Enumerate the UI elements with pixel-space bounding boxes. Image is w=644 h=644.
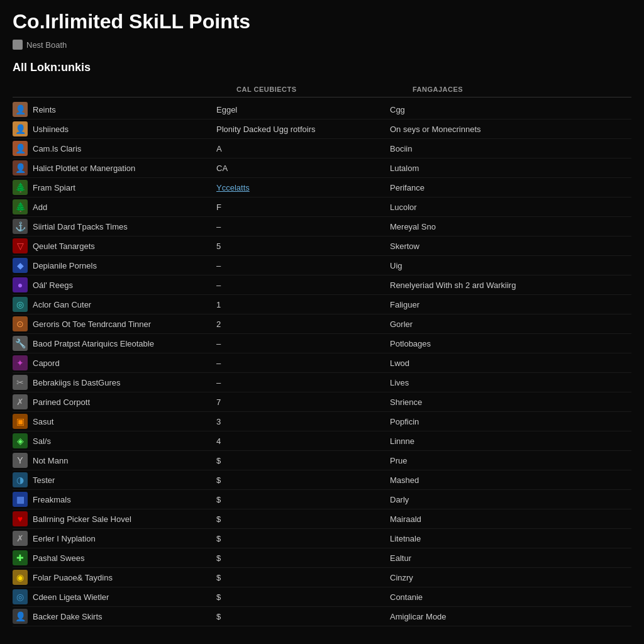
row-icon-26: ◎ [13, 589, 28, 604]
table-row[interactable]: ⊙Geroris Ot Toe Tendrcand Tinner2Gorler [13, 314, 631, 334]
row-fang-27: Amiglicar Mode [390, 612, 631, 621]
row-fang-26: Contanie [390, 592, 631, 602]
table-row[interactable]: ▽Qeulet Tanargets5Skertow [13, 236, 631, 256]
row-icon-3: 👤 [13, 141, 28, 156]
table-row[interactable]: 👤Halict Plotlet or ManergationCALutalom [13, 158, 631, 178]
row-icon-21: ▦ [13, 492, 28, 507]
row-icon-10: ● [13, 277, 28, 292]
row-fang-22: Mairaald [390, 514, 631, 524]
row-icon-12: ⊙ [13, 316, 28, 331]
row-label-12: Geroris Ot Toe Tendrcand Tinner [33, 319, 151, 329]
row-label-3: Cam.ls Claris [33, 144, 81, 153]
row-fang-21: Darly [390, 495, 631, 504]
table-row[interactable]: 👤ReintsEggelCgg [13, 100, 631, 119]
row-cal-18: 4 [214, 436, 390, 446]
row-cal-21: $ [214, 495, 390, 504]
col-fang-header: FANGAJACES [413, 86, 631, 93]
table-row[interactable]: ✂Bebrakiigs is DastGures–Lives [13, 373, 631, 392]
table-row[interactable]: 👤Backer Dake Skirts$Amiglicar Mode [13, 607, 631, 626]
table-row[interactable]: ◑Tester$Mashed [13, 470, 631, 490]
row-cal-27: $ [214, 612, 390, 621]
row-cal-26: $ [214, 592, 390, 602]
table-row[interactable]: YNot Mann$Prue [13, 451, 631, 470]
row-icon-19: Y [13, 453, 28, 468]
row-cal-23: $ [214, 534, 390, 543]
table-row[interactable]: ◈Sal/s4Linnne [13, 431, 631, 451]
row-cal-8: 5 [214, 242, 390, 251]
table-row[interactable]: ✦Capord–Lwod [13, 353, 631, 373]
row-icon-16: ✗ [13, 394, 28, 409]
row-label-14: Capord [33, 358, 60, 368]
row-label-11: Aclor Gan Cuter [33, 300, 91, 309]
row-fang-20: Mashed [390, 475, 631, 485]
row-cal-22: $ [214, 514, 390, 524]
row-label-9: Depianile Pornels [33, 261, 97, 270]
row-fang-2: On seys or Monecrinnets [390, 125, 631, 134]
table-row[interactable]: 👤Cam.ls ClarisABociin [13, 139, 631, 158]
row-icon-11: ◎ [13, 297, 28, 312]
row-icon-20: ◑ [13, 472, 28, 487]
subtitle-bar: Nest Boath [13, 40, 631, 50]
table-row[interactable]: ✚Pashal Swees$Ealtur [13, 548, 631, 568]
row-cal-2: Plonity Dacked Ugg rotfoirs [214, 125, 390, 134]
row-cal-6: F [214, 203, 390, 212]
table-row[interactable]: 🌲AddFLucolor [13, 197, 631, 217]
table-row[interactable]: ▣Sasut3Popficin [13, 412, 631, 431]
row-fang-5: Perifance [390, 183, 631, 192]
row-cal-11: 1 [214, 300, 390, 309]
row-icon-27: 👤 [13, 609, 28, 624]
row-icon-22: ♥ [13, 511, 28, 526]
table-row[interactable]: 🔧Baod Pratpst Atariquics Eleotable–Potlo… [13, 334, 631, 353]
table-header: CAL CEUBIECTS FANGAJACES [13, 83, 631, 97]
table-row[interactable]: 🌲Fram SpiartYccelattsPerifance [13, 178, 631, 197]
table-row[interactable]: ⚓Siirtial Dard Tpacks Times–Mereyal Sno [13, 217, 631, 236]
table-row[interactable]: ◎Aclor Gan Cuter1Faliguer [13, 295, 631, 314]
row-label-26: Cdeen Ligeta Wietler [33, 592, 109, 602]
row-cal-1: Eggel [214, 105, 390, 114]
row-label-18: Sal/s [33, 436, 51, 446]
row-fang-4: Lutalom [390, 164, 631, 173]
row-icon-2: 👤 [13, 121, 28, 136]
table-row[interactable]: ◉Folar Puaoe& Taydins$Cinzry [13, 568, 631, 587]
skill-table: 👤ReintsEggelCgg👤UshiinedsPlonity Dacked … [13, 100, 631, 626]
row-cal-15: – [214, 378, 390, 387]
row-icon-24: ✚ [13, 550, 28, 565]
row-icon-23: ✗ [13, 531, 28, 546]
table-row[interactable]: ▦Freakmals$Darly [13, 490, 631, 509]
row-fang-7: Mereyal Sno [390, 222, 631, 231]
row-cal-12: 2 [214, 319, 390, 329]
row-cal-4: CA [214, 164, 390, 173]
row-label-10: Oál' Reegs [33, 280, 73, 290]
row-cal-9: – [214, 261, 390, 270]
row-label-23: Eerler I Nyplation [33, 534, 96, 543]
row-icon-13: 🔧 [13, 336, 28, 351]
row-label-19: Not Mann [33, 456, 68, 465]
row-label-22: Ballrning Picker Sale Hovel [33, 514, 131, 524]
table-row[interactable]: ♥Ballrning Picker Sale Hovel$Mairaald [13, 509, 631, 529]
row-fang-14: Lwod [390, 358, 631, 368]
row-icon-15: ✂ [13, 375, 28, 390]
row-icon-7: ⚓ [13, 219, 28, 234]
table-row[interactable]: ◎Cdeen Ligeta Wietler$Contanie [13, 587, 631, 607]
table-row[interactable]: ✗Parined Corpott7Shrience [13, 392, 631, 412]
table-row[interactable]: ◆Depianile Pornels–Uig [13, 256, 631, 275]
row-icon-4: 👤 [13, 160, 28, 175]
row-label-13: Baod Pratpst Atariquics Eleotable [33, 339, 154, 348]
row-label-25: Folar Puaoe& Taydins [33, 573, 113, 582]
row-fang-10: Renelyeriad With sh 2 ard Warkiirg [390, 280, 631, 290]
row-icon-25: ◉ [13, 570, 28, 585]
row-fang-17: Popficin [390, 417, 631, 426]
row-cal-7: – [214, 222, 390, 231]
row-label-2: Ushiineds [33, 125, 69, 134]
table-row[interactable]: ●Oál' Reegs–Renelyeriad With sh 2 ard W… [13, 275, 631, 295]
row-cal-13: – [214, 339, 390, 348]
table-row[interactable]: 👤UshiinedsPlonity Dacked Ugg rotfoirsOn … [13, 119, 631, 139]
row-cal-5: Yccelatts [214, 183, 390, 192]
row-cal-3: A [214, 144, 390, 153]
row-fang-24: Ealtur [390, 553, 631, 563]
row-cal-25: $ [214, 573, 390, 582]
table-row[interactable]: ✗Eerler I Nyplation$Litetnale [13, 529, 631, 548]
row-cal-20: $ [214, 475, 390, 485]
page-title: Co.Irlimited SkiLL Points [13, 10, 631, 33]
row-fang-9: Uig [390, 261, 631, 270]
